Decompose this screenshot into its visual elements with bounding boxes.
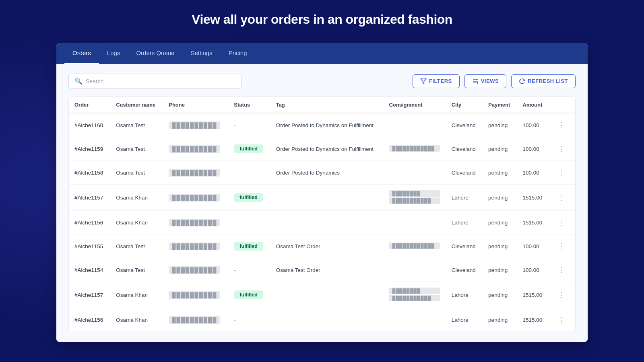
- row-actions: ⋮: [549, 211, 575, 234]
- more-options-button[interactable]: ⋮: [555, 264, 569, 276]
- table-row: #Alche1157 Osama Khan ██████████ fulfill…: [69, 282, 575, 308]
- col-tag: Tag: [270, 97, 384, 113]
- table-row: #Alche1160 Osama Test ██████████ - Order…: [69, 113, 575, 137]
- amount: 1515.00: [517, 308, 549, 332]
- col-order: Order: [69, 97, 110, 113]
- table-row: #Alche1158 Osama Test ██████████ - Order…: [69, 161, 575, 185]
- row-actions: ⋮: [549, 113, 575, 137]
- table-row: #Alche1155 Osama Test ██████████ fulfill…: [69, 234, 575, 258]
- payment: pending: [483, 211, 517, 234]
- table-row: #Alche1156 Osama Khan ██████████ - Lahor…: [69, 211, 575, 234]
- customer-name: Osama Test: [110, 161, 163, 185]
- city: Cleveland: [446, 258, 483, 282]
- views-label: VIEWS: [481, 78, 499, 84]
- tab-logs[interactable]: Logs: [99, 43, 128, 64]
- table-row: #Alche1159 Osama Test ██████████ fulfill…: [69, 137, 575, 161]
- tab-orders-queue[interactable]: Orders Queue: [128, 43, 182, 64]
- tab-orders[interactable]: Orders: [64, 43, 99, 64]
- city: Cleveland: [446, 113, 483, 137]
- status-dash: -: [234, 170, 236, 176]
- amount: 100.00: [517, 234, 549, 258]
- order-id: #Alche1160: [69, 113, 110, 137]
- phone: ██████████: [163, 137, 228, 161]
- col-payment: Payment: [483, 97, 517, 113]
- city: Lahore: [446, 185, 483, 211]
- order-id: #Alche1157: [69, 282, 110, 308]
- order-id: #Alche1158: [69, 161, 110, 185]
- status-cell: -: [228, 113, 270, 137]
- row-actions: ⋮: [549, 282, 575, 308]
- tab-settings[interactable]: Settings: [182, 43, 220, 64]
- tab-bar: Orders Logs Orders Queue Settings Pricin…: [56, 43, 588, 64]
- city: Lahore: [446, 211, 483, 234]
- amount: 1515.00: [517, 211, 549, 234]
- phone: ██████████: [163, 113, 228, 137]
- status-cell: -: [228, 211, 270, 234]
- views-icon: [472, 78, 479, 84]
- col-status: Status: [228, 97, 270, 113]
- app-container: Orders Logs Orders Queue Settings Pricin…: [56, 43, 588, 342]
- phone: ██████████: [163, 308, 228, 332]
- table-header-row: Order Customer name Phone Status Tag Con…: [69, 97, 575, 113]
- tab-pricing[interactable]: Pricing: [221, 43, 255, 64]
- status-cell: -: [228, 308, 270, 332]
- status-cell: fulfilled: [228, 137, 270, 161]
- more-options-button[interactable]: ⋮: [555, 143, 569, 155]
- payment: pending: [483, 234, 517, 258]
- filters-button[interactable]: FILTERS: [413, 74, 460, 88]
- consignment: ████████████: [383, 234, 446, 258]
- order-id: #Alche1156: [69, 308, 110, 332]
- content-area: 🔍 FILTERS VIEWS REFRESH LIST: [56, 64, 588, 342]
- more-options-button[interactable]: ⋮: [555, 216, 569, 228]
- toolbar-actions: FILTERS VIEWS REFRESH LIST: [413, 74, 576, 88]
- consignment: [383, 113, 446, 137]
- tag: [270, 185, 384, 211]
- phone: ██████████: [163, 234, 228, 258]
- status-dash: -: [234, 122, 236, 128]
- consignment: ████████████: [383, 137, 446, 161]
- consignment: [383, 211, 446, 234]
- order-id: #Alche1156: [69, 211, 110, 234]
- city: Lahore: [446, 308, 483, 332]
- col-actions: [549, 97, 575, 113]
- payment: pending: [483, 137, 517, 161]
- col-amount: Amount: [517, 97, 549, 113]
- amount: 1515.00: [517, 185, 549, 211]
- page-title: View all your orders in an organized fas…: [192, 12, 452, 27]
- more-options-button[interactable]: ⋮: [555, 314, 569, 326]
- more-options-button[interactable]: ⋮: [555, 191, 569, 204]
- filters-icon: [420, 78, 427, 84]
- customer-name: Osama Test: [110, 137, 163, 161]
- more-options-button[interactable]: ⋮: [555, 167, 569, 179]
- payment: pending: [483, 161, 517, 185]
- tag: Order Posted to Dynamics on Fulfillment: [270, 137, 384, 161]
- more-options-button[interactable]: ⋮: [555, 289, 569, 301]
- orders-table-container: Order Customer name Phone Status Tag Con…: [68, 97, 576, 332]
- payment: pending: [483, 258, 517, 282]
- row-actions: ⋮: [549, 234, 575, 258]
- status-badge: fulfilled: [234, 290, 263, 299]
- consignment: ███████████████████: [383, 282, 446, 308]
- filters-label: FILTERS: [429, 78, 452, 84]
- payment: pending: [483, 308, 517, 332]
- status-cell: fulfilled: [228, 185, 270, 211]
- more-options-button[interactable]: ⋮: [555, 119, 569, 131]
- search-input[interactable]: [86, 78, 235, 84]
- payment: pending: [483, 185, 517, 211]
- phone: ██████████: [163, 211, 228, 234]
- consignment-value: ███████████: [389, 197, 440, 204]
- status-dash: -: [234, 220, 236, 226]
- payment: pending: [483, 282, 517, 308]
- more-options-button[interactable]: ⋮: [555, 240, 569, 252]
- customer-name: Osama Khan: [110, 185, 163, 211]
- city: Cleveland: [446, 161, 483, 185]
- views-button[interactable]: VIEWS: [464, 74, 506, 88]
- consignment-value: ████████████: [389, 243, 440, 249]
- row-actions: ⋮: [549, 161, 575, 185]
- consignment: ███████████████████: [383, 185, 446, 211]
- consignment-value: ████████████: [389, 145, 440, 152]
- row-actions: ⋮: [549, 258, 575, 282]
- refresh-button[interactable]: REFRESH LIST: [511, 74, 576, 88]
- status-cell: fulfilled: [228, 234, 270, 258]
- status-cell: -: [228, 161, 270, 185]
